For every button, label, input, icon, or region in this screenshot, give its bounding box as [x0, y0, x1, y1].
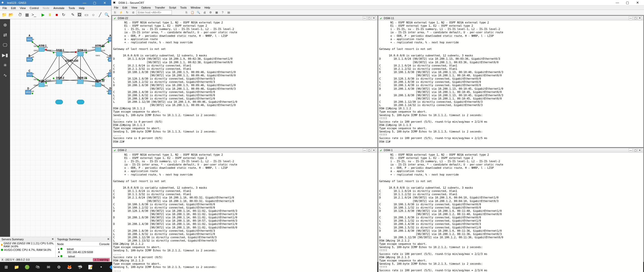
node-dsw11[interactable]: DSW-11 — [77, 49, 87, 57]
find-icon[interactable]: 🔍 — [196, 10, 201, 15]
session-close-icon[interactable]: ✕ — [638, 148, 642, 152]
warning-badge[interactable]: ⚠ 1 warning — [93, 258, 110, 261]
session-min-icon[interactable]: — — [363, 148, 367, 152]
firefox-icon[interactable]: 🦊 — [64, 262, 74, 272]
settings-icon[interactable]: ⚙ — [208, 10, 213, 15]
sessions-icon[interactable]: ▦ — [214, 10, 219, 15]
annotate-icon[interactable]: ✎ — [70, 11, 76, 18]
session-tab-label[interactable]: DSW-11 — [384, 17, 394, 20]
node-dsw2[interactable]: DSW-2 — [56, 77, 64, 85]
panel-close-icon[interactable]: ✕ — [52, 237, 54, 241]
explorer-icon[interactable]: 📁 — [12, 262, 22, 272]
help-icon[interactable]: ? — [220, 10, 225, 15]
paste-icon[interactable]: 📋 — [190, 10, 195, 15]
terminal-output[interactable]: N1 - OSPF NSSA external type 1, N2 - OSP… — [112, 20, 377, 144]
stop-icon[interactable]: ■ — [54, 11, 60, 18]
topo-row[interactable]: ▸ AAtelnet 192.168.40.129:5028 — [56, 254, 98, 257]
menu-edit[interactable]: Edit — [10, 6, 17, 10]
session-min-icon[interactable]: — — [629, 16, 633, 20]
panel-close-icon[interactable]: ✕ — [107, 237, 109, 241]
image-icon[interactable]: 🖼 — [76, 11, 83, 18]
node-dsw1[interactable]: DSW-1 — [56, 49, 64, 57]
wireshark-icon[interactable]: 🦈 — [75, 262, 85, 272]
terminal-icon[interactable]: ▪ — [96, 262, 106, 272]
menu-control[interactable]: Control — [28, 6, 40, 10]
menu-annotate[interactable]: Annotate — [52, 6, 66, 10]
start-icon[interactable]: ▶ — [40, 11, 46, 18]
node-dd[interactable]: DDVPCS — [108, 87, 111, 94]
close-button[interactable]: ✕ — [100, 0, 110, 6]
reconnect-icon[interactable]: ↻ — [125, 10, 130, 15]
copy-icon[interactable]: ⎘ — [184, 10, 189, 15]
edge-icon[interactable]: 🟢 — [22, 262, 32, 272]
disconnect-icon[interactable]: ⊘ — [131, 10, 136, 15]
terminal-output[interactable]: N1 - OSPF NSSA external type 1, N2 - OSP… — [112, 153, 377, 272]
session-tab-label[interactable]: DSW-2 — [118, 149, 127, 152]
connect-icon[interactable]: ⎘ — [112, 10, 117, 15]
menu-tools[interactable]: Tools — [67, 6, 76, 10]
node-dsw22[interactable]: DSW-22 — [77, 77, 87, 85]
session-max-icon[interactable]: ▢ — [367, 148, 371, 152]
session-min-icon[interactable]: — — [629, 148, 633, 152]
session-max-icon[interactable]: ▢ — [633, 148, 637, 152]
dock-link-icon[interactable]: ∿ — [1, 71, 9, 80]
terminal-output[interactable]: N1 - OSPF NSSA external type 1, N2 - OSP… — [378, 20, 643, 144]
menu-node[interactable]: Node — [41, 6, 51, 10]
host-input[interactable] — [137, 10, 172, 15]
session-close-icon[interactable]: ✕ — [372, 16, 376, 20]
start-button[interactable]: ⊞ — [1, 262, 11, 272]
crt-menu-window[interactable]: Window — [189, 6, 202, 10]
minimize-button[interactable]: — — [612, 0, 622, 6]
open-project-icon[interactable]: 📂 — [8, 11, 14, 18]
node-b[interactable]: BVPCS — [26, 54, 32, 62]
node-c[interactable]: CVPCS — [26, 70, 32, 77]
crt-menu-file[interactable]: File — [112, 6, 120, 10]
node-asw2[interactable]: ASW-2 — [38, 80, 47, 88]
store-icon[interactable]: 🛍 — [33, 262, 43, 272]
pause-icon[interactable]: ⏸ — [47, 11, 53, 18]
settings-icon[interactable]: ⚙ — [54, 262, 64, 272]
line-icon[interactable]: ╱ — [97, 11, 103, 18]
dock-switches-icon[interactable]: ⇄ — [1, 31, 9, 39]
session-close-icon[interactable]: ✕ — [372, 148, 376, 152]
ellipse-icon[interactable]: ○ — [90, 11, 96, 18]
menu-help[interactable]: Help — [77, 6, 86, 10]
dock-hosts-icon[interactable]: 🖵 — [1, 41, 9, 49]
dock-all-icon[interactable]: ✳ — [1, 61, 9, 70]
crt-menu-options[interactable]: Options — [140, 6, 152, 10]
rect-icon[interactable]: ▭ — [83, 11, 90, 18]
crt-menu-script[interactable]: Script — [168, 6, 178, 10]
node-d[interactable]: DVPCS — [25, 87, 31, 94]
snapshot-icon[interactable]: ⏱ — [17, 11, 23, 18]
notepadpp-icon[interactable]: 📝 — [86, 262, 96, 272]
maximize-button[interactable]: ▢ — [90, 0, 100, 6]
node-bb[interactable]: BBVPCS — [108, 54, 111, 62]
server-row[interactable]: GNS3 VM (GNS3 VM 2.1.21) CPU 5.6%, RAM 1… — [0, 242, 55, 248]
minimize-button[interactable]: — — [79, 0, 90, 6]
node-asw1[interactable]: ASW-1 — [38, 44, 47, 53]
crt-menu-view[interactable]: View — [130, 6, 139, 10]
menu-view[interactable]: View — [18, 6, 27, 10]
crt-menu-tools[interactable]: Tools — [179, 6, 188, 10]
dock-routers-icon[interactable]: ⊕ — [1, 21, 9, 29]
terminal-output[interactable]: N1 - OSPF NSSA external type 1, N2 - OSP… — [378, 153, 643, 272]
layers-icon[interactable]: ▦ — [24, 11, 30, 18]
crt-menu-edit[interactable]: Edit — [121, 6, 129, 10]
node-router1[interactable] — [55, 100, 63, 104]
new-project-icon[interactable]: 📁 — [1, 11, 7, 18]
node-aa[interactable]: AAVPCS — [108, 34, 111, 42]
session-tab-label[interactable]: DSW-1 — [384, 149, 393, 152]
mail-icon[interactable]: ✉ — [43, 262, 53, 272]
topo-row[interactable]: ▸ Atelnet 192.168.40.129:5008 — [56, 247, 98, 254]
zoom-icon[interactable]: 🔍 — [104, 11, 110, 18]
node-asw22[interactable]: ASW-22 — [95, 80, 105, 88]
print-icon[interactable]: 🖨 — [202, 10, 207, 15]
console-icon[interactable]: >_ — [31, 11, 37, 18]
crt-titlebar[interactable]: ▣ DSW-1 - SecureCRT — ▢ ✕ — [111, 0, 644, 6]
toolbar-toggle-icon[interactable]: ▤ — [226, 10, 231, 15]
node-a[interactable]: AVPCS — [26, 34, 32, 42]
session-max-icon[interactable]: ▢ — [367, 16, 371, 20]
menu-file[interactable]: File — [1, 6, 9, 10]
topology-canvas[interactable]: e0 G0/1 G0/2 G0/3 G1/0 G0/2 G1/0 G0/3 G0… — [10, 19, 111, 237]
gns3-titlebar[interactable]: ◆ test123 - GNS3 — ▢ ✕ — [0, 0, 111, 6]
